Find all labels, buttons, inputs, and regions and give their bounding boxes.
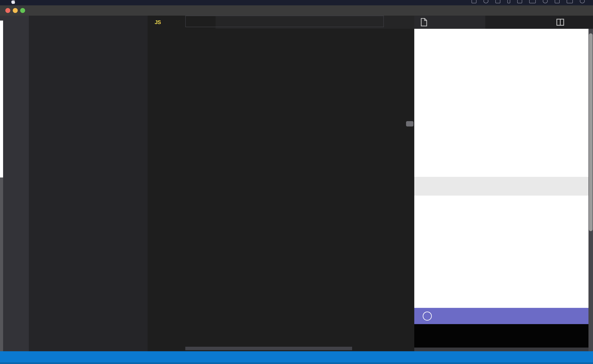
panel-bottom-strip [414,348,588,351]
tasks-section-header [414,177,588,195]
tab-coderoad[interactable] [414,16,485,29]
editor-group: JS [148,16,414,351]
menubar-tray-icons [472,0,585,3]
task-item [414,230,588,263]
js-file-icon: JS [155,19,161,26]
split-editor-icon[interactable] [556,18,565,26]
current-line-highlight [185,16,384,27]
help-icon [423,312,432,321]
apple-logo-icon [10,0,16,5]
status-bar-edge [0,362,593,364]
help-bar[interactable] [414,308,588,324]
window-title-bar[interactable] [0,5,593,16]
activity-bar [3,16,29,351]
minimap[interactable] [383,44,406,87]
left-edge-strip-gray [0,177,3,351]
coderoad-panel [414,16,593,351]
file-icon [420,18,427,26]
coderoad-tab-bar [414,16,593,29]
macos-menu-bar [0,0,593,5]
task-item [414,273,588,306]
coderoad-content [414,29,588,321]
window-title [0,5,593,16]
left-edge-strip [0,16,3,20]
left-edge-strip-white [0,20,3,177]
webview-scrollbar-thumb[interactable] [589,33,593,231]
vscode-window: JS [0,0,593,364]
lesson-footer-bar[interactable] [414,324,588,348]
vertical-scrollbar-handle[interactable] [406,121,413,126]
horizontal-scrollbar[interactable] [185,347,352,350]
status-bar [0,351,593,364]
explorer-sidebar [29,16,148,351]
